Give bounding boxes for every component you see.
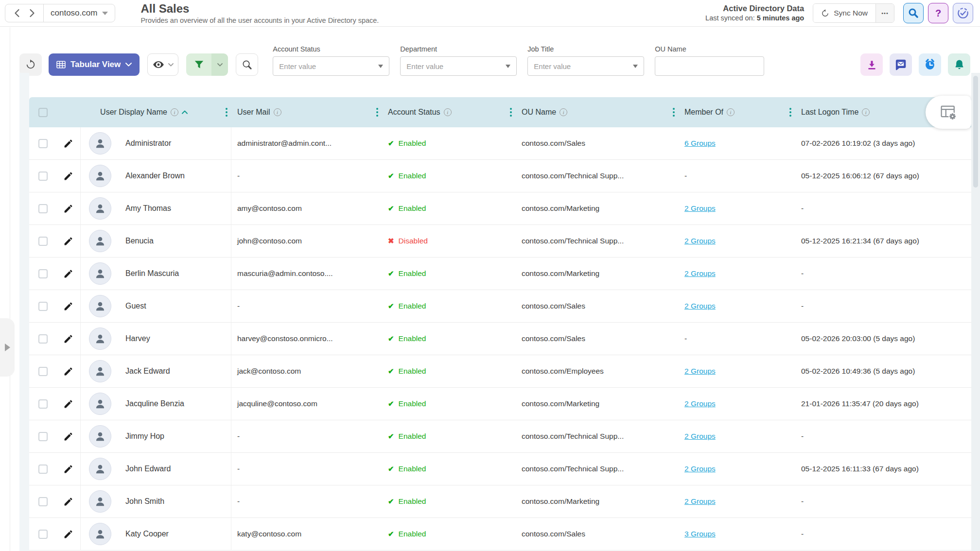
row-avatar-cell: [81, 290, 120, 322]
help-button[interactable]: ?: [928, 3, 948, 23]
info-icon[interactable]: i: [727, 108, 735, 116]
user-mail-cell: harvey@constoso.onmicro...: [231, 323, 382, 355]
column-menu-icon[interactable]: [673, 108, 675, 110]
search-button[interactable]: [236, 53, 258, 76]
column-chooser-button[interactable]: [926, 96, 971, 129]
column-menu-icon[interactable]: [510, 108, 512, 110]
check-circle-button[interactable]: [953, 3, 973, 23]
pencil-icon: [63, 497, 73, 507]
last-logon-time: -: [801, 302, 804, 310]
edit-button[interactable]: [63, 399, 73, 409]
member-of-link[interactable]: -: [684, 172, 687, 180]
user-mail-cell: -: [231, 485, 382, 517]
sync-now-button[interactable]: Sync Now: [813, 4, 875, 22]
edit-button[interactable]: [63, 464, 73, 474]
column-header-user-display-name[interactable]: User Display Name i: [56, 97, 231, 127]
column-header-account-status[interactable]: Account Status i: [382, 97, 516, 127]
forward-button[interactable]: [26, 7, 38, 19]
row-checkbox[interactable]: [38, 204, 48, 213]
info-icon[interactable]: i: [171, 108, 178, 116]
info-icon[interactable]: i: [274, 108, 281, 116]
member-of-link[interactable]: 2 Groups: [684, 399, 716, 408]
row-checkbox[interactable]: [38, 237, 48, 246]
vertical-scrollbar[interactable]: [971, 73, 980, 551]
member-of-link[interactable]: 6 Groups: [684, 139, 716, 148]
member-of-link[interactable]: 2 Groups: [684, 237, 716, 245]
member-of-link[interactable]: 2 Groups: [684, 432, 716, 441]
row-checkbox[interactable]: [38, 367, 48, 376]
edit-button[interactable]: [63, 529, 73, 539]
filter-button[interactable]: [186, 53, 211, 76]
row-checkbox[interactable]: [38, 432, 48, 441]
filter-dropdown-toggle[interactable]: [211, 53, 228, 76]
edit-button[interactable]: [63, 497, 73, 507]
column-header-ou-name[interactable]: OU Name i: [516, 97, 679, 127]
row-checkbox[interactable]: [38, 139, 48, 148]
edit-button[interactable]: [63, 204, 73, 214]
edit-button[interactable]: [63, 236, 73, 246]
scrollbar-thumb[interactable]: [973, 76, 978, 188]
info-icon[interactable]: i: [444, 108, 452, 116]
view-mode-button[interactable]: Tabular View: [49, 53, 140, 76]
download-icon: [866, 59, 877, 70]
row-checkbox[interactable]: [38, 334, 48, 344]
domain-selector[interactable]: contoso.com: [43, 4, 115, 22]
view-settings-button[interactable]: [147, 53, 178, 76]
export-button[interactable]: [860, 53, 883, 76]
info-icon[interactable]: i: [862, 108, 870, 116]
avatar: [89, 132, 111, 155]
person-icon: [94, 528, 106, 540]
select-all-checkbox[interactable]: [38, 108, 48, 117]
account-status-select[interactable]: Enter value: [273, 56, 389, 76]
status-icon: [388, 204, 394, 213]
edit-button[interactable]: [63, 138, 73, 149]
edit-button[interactable]: [63, 366, 73, 377]
table-row: Administrator administrator@admin.cont..…: [29, 127, 971, 160]
row-checkbox[interactable]: [38, 172, 48, 181]
ou-name-cell: contoso.com/Marketing: [516, 258, 679, 290]
sync-group: Sync Now •••: [813, 3, 894, 23]
edit-button[interactable]: [63, 431, 73, 442]
column-header-member-of[interactable]: Member Of i: [679, 97, 795, 127]
more-options-button[interactable]: •••: [875, 4, 894, 22]
ou-name: contoso.com/Marketing: [522, 497, 599, 506]
row-checkbox[interactable]: [38, 399, 48, 409]
member-of-link[interactable]: 2 Groups: [684, 302, 716, 310]
edit-button[interactable]: [63, 269, 73, 279]
member-of-link[interactable]: 2 Groups: [684, 269, 716, 278]
expand-panel-button[interactable]: [0, 318, 15, 377]
job-title-select[interactable]: Enter value: [527, 56, 644, 76]
back-button[interactable]: [10, 7, 23, 19]
column-menu-icon[interactable]: [376, 108, 378, 110]
row-checkbox[interactable]: [38, 530, 48, 539]
member-of-link[interactable]: 2 Groups: [684, 497, 716, 506]
member-of-link[interactable]: 3 Groups: [684, 530, 716, 538]
member-of-link[interactable]: 2 Groups: [684, 204, 716, 213]
last-logon-cell: 05-02-2026 20:03:00 (5 days ago): [795, 323, 971, 355]
member-of-link[interactable]: 2 Groups: [684, 367, 716, 376]
edit-button[interactable]: [63, 334, 73, 344]
department-select[interactable]: Enter value: [400, 56, 517, 76]
row-checkbox[interactable]: [38, 465, 48, 474]
schedule-button[interactable]: [919, 53, 941, 76]
ou-name-input[interactable]: [655, 56, 764, 76]
column-menu-icon[interactable]: [226, 108, 228, 110]
column-header-user-mail[interactable]: User Mail i: [231, 97, 382, 127]
sort-ascending-icon[interactable]: [182, 110, 188, 114]
info-icon[interactable]: i: [560, 108, 567, 116]
row-edit-cell: [56, 192, 81, 224]
last-logon-time: -: [801, 269, 804, 278]
global-search-button[interactable]: [903, 3, 924, 23]
member-of-link[interactable]: 2 Groups: [684, 465, 716, 473]
notifications-button[interactable]: [948, 53, 970, 76]
report-table: User Display Name i User Mail i Account …: [29, 97, 971, 551]
message-button[interactable]: [890, 53, 912, 76]
row-checkbox[interactable]: [38, 269, 48, 278]
member-of-link[interactable]: -: [684, 334, 687, 343]
row-checkbox-cell: [29, 160, 56, 192]
row-checkbox[interactable]: [38, 497, 48, 506]
column-menu-icon[interactable]: [789, 108, 791, 110]
edit-button[interactable]: [63, 171, 73, 181]
edit-button[interactable]: [63, 301, 73, 311]
row-checkbox[interactable]: [38, 302, 48, 311]
